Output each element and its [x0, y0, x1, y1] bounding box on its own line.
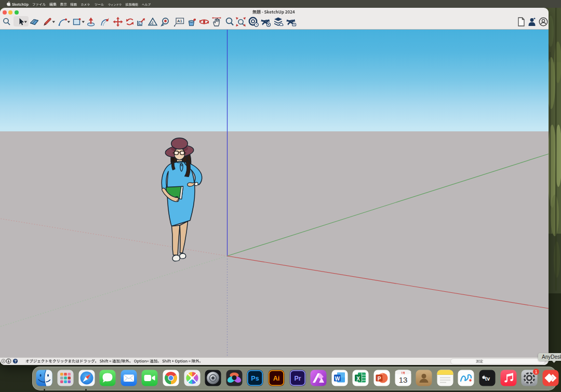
svg-text:X: X — [356, 376, 360, 382]
svg-text:Ai: Ai — [273, 375, 280, 382]
svg-text:Pr: Pr — [294, 375, 301, 382]
svg-text:?: ? — [14, 359, 17, 363]
svg-text:A1: A1 — [177, 19, 182, 23]
svg-text:Ps: Ps — [251, 375, 259, 382]
svg-text:P: P — [378, 376, 381, 382]
svg-text:W: W — [335, 376, 340, 382]
svg-text:13: 13 — [398, 375, 407, 384]
svg-text:tv: tv — [485, 375, 490, 382]
svg-text:1: 1 — [535, 369, 538, 374]
